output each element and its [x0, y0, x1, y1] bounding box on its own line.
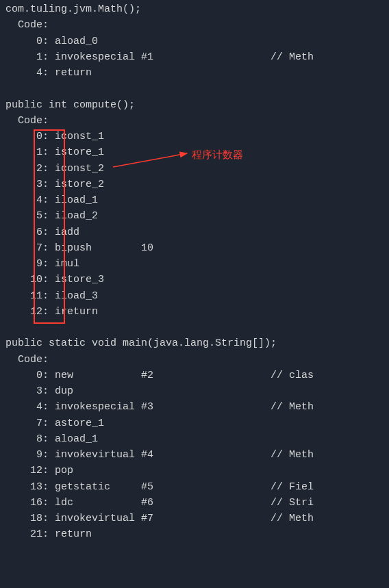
instruction: istore_3: [55, 274, 104, 285]
offset: 4:: [5, 401, 55, 413]
comment: // Meth: [153, 51, 314, 63]
bytecode-line: 9: imul: [5, 256, 384, 272]
bytecode-line: 2: iconst_2: [5, 161, 384, 177]
code-label: Code:: [5, 352, 384, 368]
bytecode-line: 0: iconst_1: [5, 129, 384, 144]
instruction: aload_1: [55, 433, 98, 445]
offset: 1:: [5, 51, 55, 63]
bytecode-line: 7: astore_1: [5, 416, 384, 431]
instruction: iload_2: [55, 210, 98, 222]
offset: 12:: [5, 306, 55, 318]
offset: 1:: [5, 146, 55, 158]
instruction: invokespecial #3: [55, 401, 153, 413]
instruction: ldc #6: [55, 497, 153, 509]
bytecode-line: 4: invokespecial #3 // Meth: [5, 399, 384, 415]
instruction: aload_0: [55, 36, 98, 47]
offset: 2:: [5, 163, 55, 175]
offset: 10:: [5, 274, 55, 285]
offset: 0:: [5, 36, 55, 47]
offset: 9:: [5, 449, 55, 461]
instruction: invokevirtual #4: [55, 449, 153, 461]
bytecode-line: 8: aload_1: [5, 431, 384, 447]
offset: 18:: [5, 513, 55, 524]
offset: 11:: [5, 290, 55, 302]
bytecode-line: 0: new #2 // clas: [5, 368, 384, 383]
main-signature: public static void main(java.lang.String…: [5, 335, 384, 351]
instruction: new #2: [55, 370, 153, 381]
instruction: invokespecial #1: [55, 51, 153, 63]
bytecode-line: 18: invokevirtual #7 // Meth: [5, 511, 384, 526]
code-label: Code:: [5, 113, 384, 129]
offset: 4:: [5, 194, 55, 206]
instruction: imul: [55, 258, 79, 270]
offset: 5:: [5, 210, 55, 222]
comment: // Fiel: [153, 481, 314, 493]
bytecode-line: 0: aload_0: [5, 34, 384, 49]
instruction: return: [55, 67, 92, 79]
bytecode-line: 1: invokespecial #1 // Meth: [5, 49, 384, 65]
offset: 4:: [5, 67, 55, 79]
blank-line: [5, 320, 384, 335]
instruction: dup: [55, 385, 73, 397]
bytecode-line: 4: return: [5, 65, 384, 81]
bytecode-line: 10: istore_3: [5, 272, 384, 287]
compute-signature: public int compute();: [5, 97, 384, 113]
comment: // Meth: [153, 513, 314, 524]
instruction: istore_2: [55, 179, 104, 190]
instruction: pop: [55, 465, 73, 476]
bytecode-line: 16: ldc #6 // Stri: [5, 495, 384, 511]
bytecode-line: 5: iload_2: [5, 208, 384, 224]
offset: 8:: [5, 433, 55, 445]
constructor-signature: com.tuling.jvm.Math();: [5, 1, 384, 17]
comment: // Meth: [153, 449, 314, 461]
instruction: iload_1: [55, 194, 98, 206]
offset: 9:: [5, 258, 55, 270]
bytecode-line: 7: bipush 10: [5, 240, 384, 256]
blank-line: [5, 81, 384, 97]
instruction: ireturn: [55, 306, 98, 318]
bytecode-line: 21: return: [5, 526, 384, 542]
program-counter-annotation: 程序计数器: [192, 146, 243, 162]
instruction: getstatic #5: [55, 481, 153, 493]
bytecode-line: 12: pop: [5, 463, 384, 478]
bytecode-line: 9: invokevirtual #4 // Meth: [5, 447, 384, 463]
bytecode-line: 12: ireturn: [5, 304, 384, 320]
offset: 6:: [5, 227, 55, 238]
offset: 13:: [5, 481, 55, 493]
instruction: istore_1: [55, 146, 104, 158]
bytecode-line: 3: dup: [5, 383, 384, 399]
offset: 0:: [5, 370, 55, 381]
bytecode-line: 4: iload_1: [5, 192, 384, 208]
offset: 21:: [5, 528, 55, 540]
bytecode-line: 6: iadd: [5, 225, 384, 240]
instruction: bipush 10: [55, 242, 153, 254]
instruction: iload_3: [55, 290, 98, 302]
bytecode-line: 3: istore_2: [5, 177, 384, 192]
instruction: iconst_1: [55, 131, 104, 142]
offset: 7:: [5, 242, 55, 254]
bytecode-line: 11: iload_3: [5, 288, 384, 304]
offset: 3:: [5, 179, 55, 190]
offset: 0:: [5, 131, 55, 142]
offset: 12:: [5, 465, 55, 476]
comment: // Stri: [153, 497, 314, 509]
comment: // Meth: [153, 401, 314, 413]
instruction: return: [55, 528, 92, 540]
instruction: iadd: [55, 227, 79, 238]
offset: 7:: [5, 418, 55, 429]
offset: 16:: [5, 497, 55, 509]
comment: // clas: [153, 370, 314, 381]
bytecode-line: 13: getstatic #5 // Fiel: [5, 479, 384, 495]
instruction: astore_1: [55, 418, 104, 429]
instruction: invokevirtual #7: [55, 513, 153, 524]
code-label: Code:: [5, 17, 384, 33]
instruction: iconst_2: [55, 163, 104, 175]
offset: 3:: [5, 385, 55, 397]
